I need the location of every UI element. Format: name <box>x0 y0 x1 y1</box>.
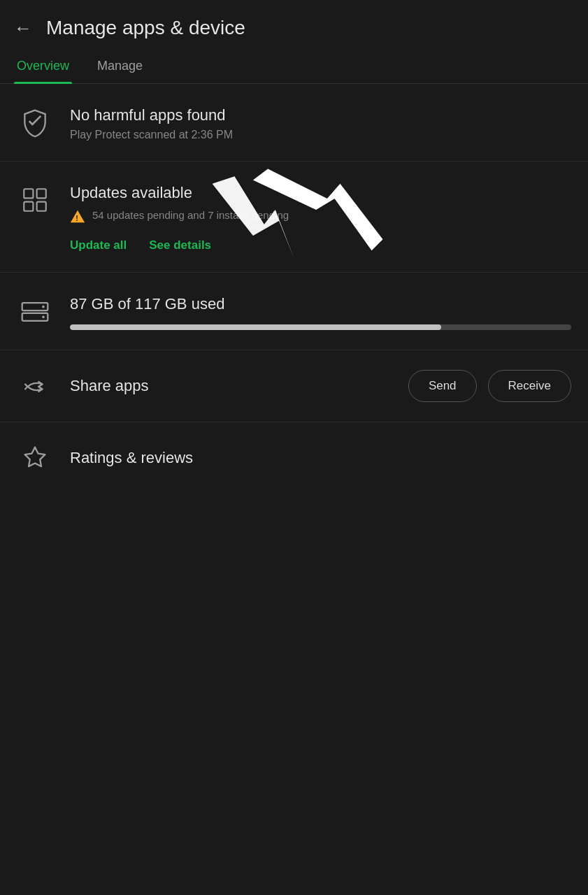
share-apps-content: Share apps <box>70 377 392 395</box>
svg-rect-2 <box>37 189 46 198</box>
update-actions: Update all See details <box>70 238 571 252</box>
storage-progress-fill <box>70 324 441 330</box>
warning-icon: ! <box>70 209 85 227</box>
updates-section: Updates available ! 54 updates pending a… <box>0 162 588 273</box>
svg-rect-4 <box>37 202 46 211</box>
play-protect-content: No harmful apps found Play Protect scann… <box>70 106 571 141</box>
updates-title: Updates available <box>70 184 571 202</box>
storage-section: 87 GB of 117 GB used <box>0 273 588 350</box>
updates-wrapper: Updates available ! 54 updates pending a… <box>0 162 588 273</box>
play-protect-section: No harmful apps found Play Protect scann… <box>0 84 588 162</box>
updates-subtitle: 54 updates pending and 7 installs pendin… <box>92 208 289 224</box>
tab-manage[interactable]: Manage <box>94 50 145 83</box>
send-button[interactable]: Send <box>408 370 477 402</box>
svg-point-11 <box>42 316 45 319</box>
update-warning-row: ! 54 updates pending and 7 installs pend… <box>70 208 571 227</box>
svg-point-10 <box>42 306 45 308</box>
see-details-link[interactable]: See details <box>149 238 211 252</box>
storage-content: 87 GB of 117 GB used <box>70 295 571 330</box>
svg-rect-1 <box>24 189 33 198</box>
svg-rect-3 <box>24 202 33 211</box>
header: ← Manage apps & device <box>0 0 588 50</box>
storage-title: 87 GB of 117 GB used <box>70 295 571 313</box>
receive-button[interactable]: Receive <box>488 370 571 402</box>
svg-text:!: ! <box>76 214 78 222</box>
storage-progress-bar <box>70 324 571 330</box>
update-all-link[interactable]: Update all <box>70 238 127 252</box>
shield-icon <box>17 106 53 138</box>
share-apps-icon <box>17 371 53 401</box>
tab-overview[interactable]: Overview <box>14 50 72 83</box>
svg-marker-0 <box>29 115 41 126</box>
star-icon <box>17 442 53 474</box>
share-buttons-group: Send Receive <box>408 370 571 402</box>
share-apps-title: Share apps <box>70 377 392 395</box>
page-title: Manage apps & device <box>46 17 245 39</box>
play-protect-subtitle: Play Protect scanned at 2:36 PM <box>70 129 571 141</box>
storage-icon <box>17 295 53 327</box>
ratings-section[interactable]: Ratings & reviews <box>0 422 588 494</box>
back-button[interactable]: ← <box>14 19 32 37</box>
ratings-title: Ratings & reviews <box>70 449 193 467</box>
play-protect-title: No harmful apps found <box>70 106 571 124</box>
share-apps-section: Share apps Send Receive <box>0 350 588 422</box>
tabs-bar: Overview Manage <box>0 50 588 84</box>
updates-content: Updates available ! 54 updates pending a… <box>70 184 571 252</box>
grid-icon <box>17 184 53 215</box>
